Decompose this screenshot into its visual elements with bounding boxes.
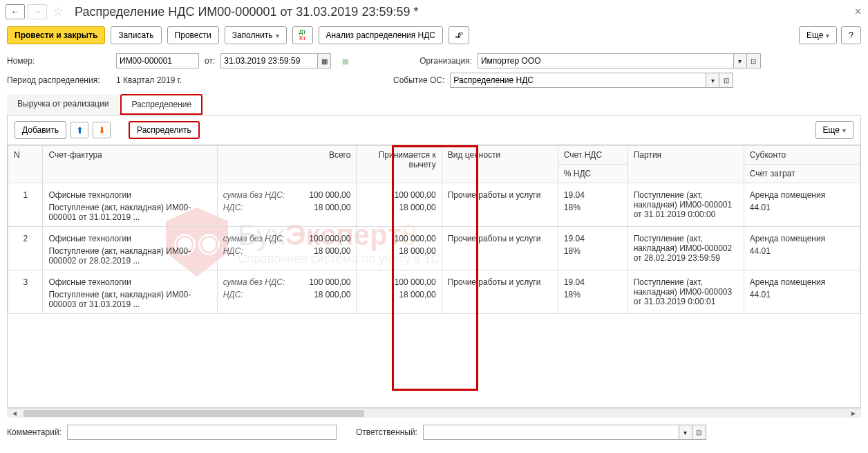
os-event-dropdown-button[interactable]: ▾ xyxy=(706,73,719,88)
org-input[interactable] xyxy=(478,53,733,68)
cell-deductible: 100 000,00 18 000,00 xyxy=(357,270,442,314)
comment-label: Комментарий: xyxy=(7,427,62,437)
table-row[interactable]: 1 Офисные технологии Поступление (акт, н… xyxy=(8,183,860,227)
attachments-button[interactable]: 🖇 xyxy=(449,26,469,44)
tab-distribution[interactable]: Распределение xyxy=(120,94,202,115)
favorite-star-icon[interactable]: ☆ xyxy=(53,4,64,19)
os-event-label: Событие ОС: xyxy=(393,75,444,85)
cell-invoice: Офисные технологии Поступление (акт, нак… xyxy=(43,227,217,270)
vat-analysis-button[interactable]: Анализ распределения НДС xyxy=(319,26,443,44)
responsible-dropdown-button[interactable]: ▾ xyxy=(679,425,692,440)
cell-vat-acc: 19.04 18% xyxy=(558,270,628,314)
os-event-input[interactable] xyxy=(450,73,706,88)
add-row-button[interactable]: Добавить xyxy=(15,121,66,139)
dtkt-icon: ДтКт xyxy=(299,29,306,41)
cell-subconto: Аренда помещения 44.01 xyxy=(744,270,860,314)
top-nav: ← → ☆ Распределение НДС ИМ00-000001 от 3… xyxy=(0,0,868,24)
dtkt-button[interactable]: ДтКт xyxy=(292,26,313,44)
table-row[interactable]: 2 Офисные технологии Поступление (акт, н… xyxy=(8,227,860,270)
cell-value-type: Прочие работы и услуги xyxy=(442,270,558,314)
cell-n: 3 xyxy=(8,270,43,314)
cell-subconto: Аренда помещения 44.01 xyxy=(744,183,860,227)
move-down-button[interactable]: ⬇ xyxy=(93,122,111,138)
cell-party: Поступление (акт, накладная) ИМ00-000003… xyxy=(628,270,744,314)
th-n[interactable]: N xyxy=(8,146,43,183)
calendar-button[interactable]: ▦ xyxy=(317,53,331,68)
calendar-icon: ▦ xyxy=(321,57,328,65)
distribution-table: N Счет-фактура Всего Принимается к вычет… xyxy=(8,145,860,314)
arrow-up-icon: ⬆ xyxy=(76,125,84,136)
th-subconto[interactable]: Субконто xyxy=(744,146,860,165)
arrow-down-icon: ⬇ xyxy=(98,125,106,136)
back-button[interactable]: ← xyxy=(6,4,25,19)
date-input[interactable] xyxy=(220,53,317,68)
bottom-bar: Комментарий: Ответственный: ▾ ⊡ xyxy=(0,418,868,447)
more-button[interactable]: Еще xyxy=(799,26,837,44)
table-container: N Счет-фактура Всего Принимается к вычет… xyxy=(7,145,861,408)
cell-value-type: Прочие работы и услуги xyxy=(442,183,558,227)
page-title: Распределение НДС ИМ00-000001 от 31.03.2… xyxy=(75,5,418,19)
date-field: ▦ xyxy=(220,53,331,68)
cell-n: 2 xyxy=(8,227,43,270)
th-invoice[interactable]: Счет-фактура xyxy=(43,146,217,183)
scroll-thumb[interactable] xyxy=(23,410,364,417)
th-vat-account[interactable]: Счет НДС xyxy=(558,146,628,165)
responsible-open-button[interactable]: ⊡ xyxy=(692,425,706,440)
th-deductible[interactable]: Принимается к вычету xyxy=(357,146,442,183)
help-button[interactable]: ? xyxy=(841,26,861,44)
save-button[interactable]: Записать xyxy=(111,26,161,44)
document-icon: ▤ xyxy=(342,57,348,65)
cell-n: 1 xyxy=(8,183,43,227)
table-more-button[interactable]: Еще xyxy=(815,121,853,139)
org-dropdown-button[interactable]: ▾ xyxy=(733,53,747,68)
move-up-button[interactable]: ⬆ xyxy=(70,122,88,138)
main-toolbar: Провести и закрыть Записать Провести Зап… xyxy=(0,24,868,51)
arrow-left-icon: ← xyxy=(11,7,19,17)
scroll-left-icon[interactable]: ◄ xyxy=(8,409,21,417)
form-row-1: Номер: от: ▦ ▤ Организация: ▾ ⊡ xyxy=(0,51,868,71)
th-cost-account[interactable]: Счет затрат xyxy=(744,165,860,183)
post-button[interactable]: Провести xyxy=(167,26,219,44)
forward-button[interactable]: → xyxy=(28,4,47,19)
post-and-close-button[interactable]: Провести и закрыть xyxy=(7,26,105,44)
cell-subconto: Аренда помещения 44.01 xyxy=(744,227,860,270)
th-value-type[interactable]: Вид ценности xyxy=(442,146,558,183)
number-input[interactable] xyxy=(116,53,199,68)
org-open-button[interactable]: ⊡ xyxy=(747,53,761,68)
close-button[interactable]: × xyxy=(855,6,861,18)
cell-deductible: 100 000,00 18 000,00 xyxy=(357,183,442,227)
form-action-icon[interactable]: ▤ xyxy=(337,53,353,68)
cell-vat-acc: 19.04 18% xyxy=(558,183,628,227)
org-label: Организация: xyxy=(419,56,472,66)
form-row-2: Период распределения: 1 Квартал 2019 г. … xyxy=(0,71,868,90)
tab-revenue[interactable]: Выручка от реализации xyxy=(7,94,119,115)
cell-total: сумма без НДС:100 000,00 НДС:18 000,00 xyxy=(217,270,357,314)
responsible-input[interactable] xyxy=(423,425,679,440)
open-icon: ⊡ xyxy=(724,77,729,84)
horizontal-scrollbar[interactable]: ◄ ► xyxy=(7,408,861,418)
th-party[interactable]: Партия xyxy=(628,146,744,183)
cell-vat-acc: 19.04 18% xyxy=(558,227,628,270)
distribute-button[interactable]: Распределить xyxy=(129,121,200,139)
cell-value-type: Прочие работы и услуги xyxy=(442,227,558,270)
period-label: Период распределения: xyxy=(7,75,111,85)
cell-invoice: Офисные технологии Поступление (акт, нак… xyxy=(43,183,217,227)
th-total[interactable]: Всего xyxy=(217,146,357,183)
cell-party: Поступление (акт, накладная) ИМ00-000002… xyxy=(628,227,744,270)
tabs: Выручка от реализации Распределение xyxy=(7,94,861,115)
cell-deductible: 100 000,00 18 000,00 xyxy=(357,227,442,270)
responsible-label: Ответственный: xyxy=(356,427,417,437)
cell-party: Поступление (акт, накладная) ИМ00-000001… xyxy=(628,183,744,227)
cell-total: сумма без НДС:100 000,00 НДС:18 000,00 xyxy=(217,183,357,227)
arrow-right-icon: → xyxy=(33,7,41,17)
number-label: Номер: xyxy=(7,56,111,66)
os-event-open-button[interactable]: ⊡ xyxy=(719,73,733,88)
responsible-field: ▾ ⊡ xyxy=(423,425,706,440)
th-vat-percent[interactable]: % НДС xyxy=(558,165,628,183)
scroll-right-icon[interactable]: ► xyxy=(847,409,860,417)
open-icon: ⊡ xyxy=(696,429,701,436)
comment-input[interactable] xyxy=(67,425,337,440)
fill-button[interactable]: Заполнить xyxy=(225,26,287,44)
table-row[interactable]: 3 Офисные технологии Поступление (акт, н… xyxy=(8,270,860,314)
sub-toolbar: Добавить ⬆ ⬇ Распределить Еще xyxy=(7,115,861,145)
